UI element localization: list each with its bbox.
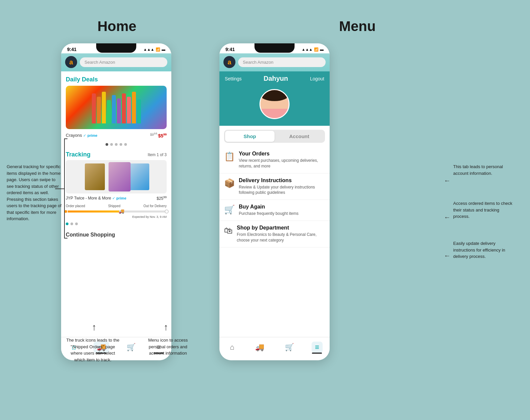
- expected-date: Expected by Nov. 3, 9 AM: [66, 215, 167, 219]
- tracking-dot-3: [75, 223, 78, 225]
- shop-dept-icon: 🛍: [224, 226, 233, 236]
- dot-mid: 🚚: [119, 209, 123, 214]
- delivery-title: Delivery Instructions: [239, 177, 325, 183]
- dot-2: [110, 143, 113, 146]
- menu-item-orders[interactable]: 📋 Your Orders View recent purchases, upc…: [219, 147, 330, 173]
- bottom-nav-menu: ⌂ 🚚 🛒 ≡: [219, 337, 330, 360]
- shop-account-tabs: Shop Account: [224, 130, 325, 143]
- delivery-icon: 📦: [224, 178, 235, 188]
- dot-end: [165, 209, 169, 214]
- menu-nav-home[interactable]: ⌂: [226, 342, 237, 353]
- avatar-image: [260, 89, 289, 119]
- menu-phone: 9:41 ▲▲▲ 📶 ▬ a Search Amazon Settings Da…: [219, 43, 330, 360]
- menu-item-delivery[interactable]: 📦 Delivery Instructions Review & Update …: [219, 173, 330, 200]
- menu-nav-cart[interactable]: 🛒: [282, 342, 297, 353]
- shop-dept-text: Shop by Department From Electronics to B…: [237, 225, 325, 243]
- tracking-header: Tracking Item 1 of 3: [61, 148, 171, 160]
- track-price: $2599: [157, 195, 167, 201]
- orders-text: Your Orders View recent purchases, upcom…: [239, 151, 325, 169]
- user-name: Dahyun: [263, 75, 288, 82]
- home-icon-menu-nav: ⌂: [230, 343, 234, 352]
- prime-badge: prime: [87, 133, 98, 137]
- menu-nav-truck[interactable]: 🚚: [252, 342, 268, 353]
- menu-section-title: Menu: [291, 18, 424, 34]
- continue-shopping: Continue Shopping: [61, 229, 171, 241]
- signal-icon: ▲▲▲: [143, 47, 154, 51]
- book-3: [129, 163, 149, 190]
- track-product-name: JYP Twice - More & More ✓ prime: [66, 196, 126, 200]
- amazon-logo-menu[interactable]: a: [223, 56, 235, 68]
- dot-3: [115, 143, 118, 146]
- status-icons-home: ▲▲▲ 📶 ▬: [143, 47, 165, 52]
- menu-user-bar: Settings Dahyun Logout: [219, 71, 330, 86]
- crayons-visual: [89, 89, 144, 126]
- deals-product-name: Crayons ✓ prime: [66, 133, 98, 138]
- profile-avatar[interactable]: [259, 89, 290, 119]
- amazon-header-home: a Search Amazon: [61, 53, 171, 71]
- deals-image[interactable]: [66, 86, 167, 129]
- menu-item-buy-again[interactable]: 🛒 Buy Again Purchase frequently bought i…: [219, 200, 330, 221]
- battery-icon-menu: ▬: [320, 47, 324, 51]
- amazon-header-menu: a Search Amazon: [219, 53, 330, 71]
- tracking-bracket: [64, 138, 67, 239]
- menu-nav-menu[interactable]: ≡: [312, 342, 323, 353]
- tracking-slide-dots: [61, 222, 171, 229]
- menu-profile-section: [219, 86, 330, 126]
- notch-home: [96, 43, 136, 53]
- time-home: 9:41: [67, 47, 76, 52]
- wifi-icon-menu: 📶: [314, 47, 319, 52]
- tracking-dot-2: [70, 223, 73, 225]
- battery-icon: ▬: [162, 47, 165, 51]
- book-1: [85, 163, 105, 190]
- truck-progress-icon: 🚚: [119, 209, 124, 214]
- arrow-up-truck: ↑: [92, 322, 97, 333]
- amazon-logo-letter: a: [69, 58, 73, 66]
- annotation-menu-icon: Menu icon to access personal orders and …: [145, 337, 191, 357]
- nav-cart[interactable]: 🛒: [123, 342, 139, 353]
- price-old: $913: [150, 133, 158, 136]
- search-bar-home[interactable]: Search Amazon: [80, 57, 167, 67]
- deals-dots: [61, 141, 171, 148]
- tab-account[interactable]: Account: [275, 131, 324, 142]
- price-new: $599: [158, 133, 167, 138]
- logout-button[interactable]: Logout: [310, 76, 324, 81]
- buy-again-desc: Purchase frequently bought items: [239, 211, 299, 217]
- orders-title: Your Orders: [239, 151, 325, 157]
- cart-icon-menu-nav: 🛒: [285, 343, 294, 352]
- deals-price: $913 $599: [150, 132, 167, 138]
- menu-item-shop-dept[interactable]: 🛍 Shop by Department From Electronics to…: [219, 221, 330, 248]
- dot-4: [120, 143, 122, 146]
- orders-desc: View recent purchases, upcoming deliveri…: [239, 158, 325, 169]
- time-menu: 9:41: [225, 47, 235, 52]
- daily-deals-label: Daily Deals: [61, 71, 171, 86]
- tracking-count: Item 1 of 3: [148, 152, 167, 157]
- step-shipped: Shipped: [108, 204, 121, 208]
- amazon-logo-home[interactable]: a: [65, 56, 77, 68]
- shop-dept-desc: From Electronics to Beauty & Personal Ca…: [237, 232, 325, 243]
- tab-shop[interactable]: Shop: [225, 131, 275, 142]
- buy-again-text: Buy Again Purchase frequently bought ite…: [239, 204, 299, 217]
- cart-nav-icon: 🛒: [127, 343, 136, 352]
- buy-again-icon: 🛒: [224, 204, 235, 215]
- delivery-text: Delivery Instructions Review & Update yo…: [239, 177, 325, 196]
- home-section-title: Home: [50, 18, 184, 34]
- dot-1: [106, 143, 108, 146]
- arrow-up-menu: ↑: [164, 322, 168, 333]
- delivery-desc: Review & Update your delivery instructio…: [239, 184, 325, 196]
- progress-bar: 🚚: [66, 211, 167, 213]
- menu-nav-indicator: [312, 353, 322, 354]
- truck-icon-menu-nav: 🚚: [255, 343, 264, 352]
- tracking-product-info: JYP Twice - More & More ✓ prime $2599: [61, 193, 171, 203]
- arrow-delivery: ←: [444, 252, 451, 260]
- menu-icon-menu-nav: ≡: [315, 343, 319, 352]
- tracking-progress: Order placed Shipped Out for Delivery 🚚 …: [61, 203, 171, 222]
- progress-labels: Order placed Shipped Out for Delivery: [66, 204, 167, 208]
- arrow-orders: ←: [444, 214, 451, 221]
- annotation-orders: Access ordered items to check their stat…: [453, 200, 513, 220]
- step-order-placed: Order placed: [66, 204, 85, 208]
- arrow-account: ←: [444, 177, 451, 184]
- deals-info: Crayons ✓ prime $913 $599: [61, 129, 171, 141]
- search-bar-menu[interactable]: Search Amazon: [238, 57, 326, 67]
- settings-button[interactable]: Settings: [225, 76, 242, 81]
- tracking-images[interactable]: [66, 160, 167, 193]
